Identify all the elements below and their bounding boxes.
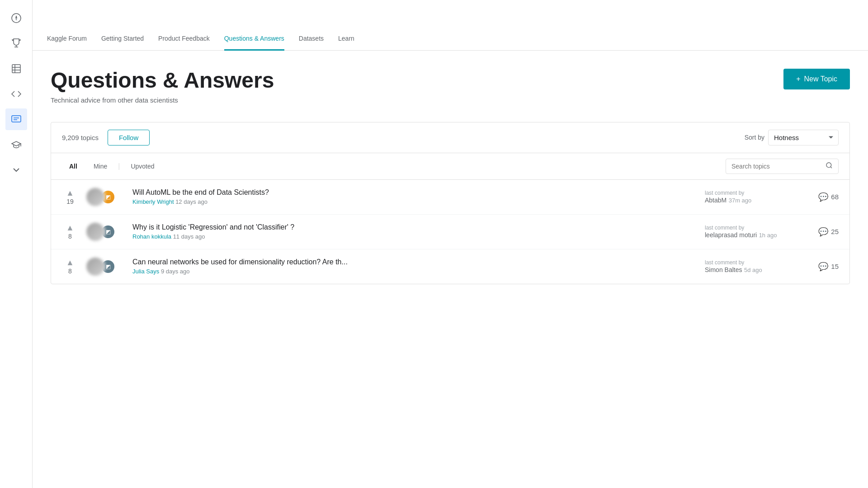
topic-info: Why is it Logistic 'Regression' and not …	[132, 223, 698, 240]
topic-title[interactable]: Can neural networks be used for dimensio…	[132, 258, 698, 266]
comment-count-block: 💬 68	[811, 192, 839, 202]
last-comment-block: last comment by AbtabM 37m ago	[705, 190, 804, 204]
last-comment-user[interactable]: AbtabM	[705, 197, 726, 204]
upvote-icon[interactable]: ▲	[66, 258, 74, 267]
topic-title[interactable]: Will AutoML be the end of Data Scientist…	[132, 188, 698, 197]
page-title-block: Questions & Answers Technical advice fro…	[51, 69, 274, 104]
search-icon	[826, 162, 833, 171]
vote-area: ▲ 8	[62, 224, 78, 240]
svg-rect-7	[12, 116, 21, 122]
tab-datasets[interactable]: Datasets	[299, 28, 324, 51]
dataset-icon[interactable]	[5, 58, 27, 80]
sort-wrapper: Hotness Newest Most Votes Most Comments	[768, 130, 839, 145]
comment-count-block: 💬 15	[811, 262, 839, 272]
topic-author-link[interactable]: Julia Says	[132, 268, 159, 275]
nav-tabs: Kaggle Forum Getting Started Product Fee…	[47, 28, 354, 50]
top-nav: Kaggle Forum Getting Started Product Fee…	[33, 0, 868, 51]
filter-tab-all[interactable]: All	[62, 160, 85, 173]
svg-rect-3	[12, 65, 20, 73]
main-content: Kaggle Forum Getting Started Product Fee…	[33, 0, 868, 488]
last-comment-label: last comment by	[705, 225, 804, 231]
vote-count: 8	[68, 233, 72, 240]
topic-info: Can neural networks be used for dimensio…	[132, 258, 698, 275]
upvote-icon[interactable]: ▲	[66, 224, 74, 232]
sort-label: Sort by	[745, 134, 764, 141]
sidebar	[0, 0, 33, 488]
tab-product-feedback[interactable]: Product Feedback	[158, 28, 210, 51]
compass-icon[interactable]	[5, 7, 27, 29]
avatar-group: ◩	[85, 187, 125, 207]
filter-tabs: All Mine | Upvoted	[62, 160, 162, 173]
last-comment-label: last comment by	[705, 190, 804, 196]
topic-meta: Kimberly Wright 12 days ago	[132, 198, 698, 205]
forum-panel: 9,209 topics Follow Sort by Hotness Newe…	[51, 122, 850, 284]
table-row: ▲ 19 ◩ Will AutoML be the end of Data Sc…	[51, 180, 849, 215]
code-icon[interactable]	[5, 83, 27, 105]
topic-meta: Julia Says 9 days ago	[132, 268, 698, 275]
topics-count: 9,209 topics	[62, 134, 99, 141]
table-row: ▲ 8 ◩ Can neural networks be used for di…	[51, 249, 849, 284]
last-comment-time: 37m ago	[729, 197, 752, 204]
last-comment-block: last comment by leelaprasad moturi 1h ag…	[705, 225, 804, 239]
forum-icon[interactable]	[5, 108, 27, 130]
vote-area: ▲ 8	[62, 258, 78, 275]
search-input[interactable]	[731, 163, 822, 170]
vote-count: 8	[68, 267, 72, 275]
avatar-group: ◩	[85, 222, 125, 242]
svg-marker-2	[15, 18, 17, 21]
chevron-down-icon[interactable]	[5, 159, 27, 181]
svg-line-11	[830, 167, 832, 168]
forum-toolbar: 9,209 topics Follow Sort by Hotness Newe…	[51, 122, 849, 153]
search-box[interactable]	[726, 159, 839, 174]
follow-button[interactable]: Follow	[108, 130, 150, 145]
comment-count: 15	[831, 263, 839, 270]
trophy-icon[interactable]	[5, 33, 27, 54]
new-topic-label: New Topic	[804, 75, 837, 83]
svg-point-10	[826, 163, 831, 168]
tab-getting-started[interactable]: Getting Started	[101, 28, 144, 51]
avatar-group: ◩	[85, 257, 125, 277]
last-comment-user[interactable]: leelaprasad moturi	[705, 231, 757, 239]
new-topic-button[interactable]: + New Topic	[783, 69, 850, 89]
avatar	[85, 222, 105, 242]
last-comment-label: last comment by	[705, 259, 804, 266]
filter-divider: |	[118, 162, 120, 170]
comment-icon: 💬	[818, 227, 828, 237]
last-comment-time: 5d ago	[744, 267, 762, 273]
tab-kaggle-forum[interactable]: Kaggle Forum	[47, 28, 87, 51]
vote-count: 19	[66, 198, 74, 205]
topic-author-link[interactable]: Rohan kokkula	[132, 233, 171, 240]
vote-area: ▲ 19	[62, 189, 78, 205]
avatar	[85, 187, 105, 207]
filter-tab-mine[interactable]: Mine	[86, 160, 114, 173]
filter-tab-upvoted[interactable]: Upvoted	[123, 160, 161, 173]
sort-by-area: Sort by Hotness Newest Most Votes Most C…	[745, 130, 839, 145]
tab-learn[interactable]: Learn	[338, 28, 354, 51]
comment-icon: 💬	[818, 192, 828, 202]
forum-toolbar-left: 9,209 topics Follow	[62, 130, 150, 145]
last-comment-user[interactable]: Simon Baltes	[705, 266, 742, 273]
topic-posted-time: 11 days ago	[173, 233, 205, 240]
page-header: Questions & Answers Technical advice fro…	[51, 69, 850, 104]
page-title: Questions & Answers	[51, 69, 274, 93]
content-area: Questions & Answers Technical advice fro…	[33, 51, 868, 488]
plus-icon: +	[796, 75, 800, 83]
comment-count: 25	[831, 228, 839, 235]
last-comment-block: last comment by Simon Baltes 5d ago	[705, 259, 804, 274]
topic-posted-time: 9 days ago	[161, 268, 190, 275]
page-subtitle: Technical advice from other data scienti…	[51, 96, 274, 104]
last-comment-time: 1h ago	[759, 232, 777, 239]
filter-area: All Mine | Upvoted	[51, 153, 849, 180]
tab-questions-answers[interactable]: Questions & Answers	[224, 28, 284, 51]
topic-posted-time: 12 days ago	[175, 198, 208, 205]
comment-count-block: 💬 25	[811, 227, 839, 237]
topic-title[interactable]: Why is it Logistic 'Regression' and not …	[132, 223, 698, 231]
sort-select[interactable]: Hotness Newest Most Votes Most Comments	[768, 130, 839, 145]
table-row: ▲ 8 ◩ Why is it Logistic 'Regression' an…	[51, 215, 849, 249]
comment-count: 68	[831, 193, 839, 201]
upvote-icon[interactable]: ▲	[66, 189, 74, 197]
topic-info: Will AutoML be the end of Data Scientist…	[132, 188, 698, 205]
learn-icon[interactable]	[5, 134, 27, 155]
comment-icon: 💬	[818, 262, 828, 272]
topic-author-link[interactable]: Kimberly Wright	[132, 198, 174, 205]
